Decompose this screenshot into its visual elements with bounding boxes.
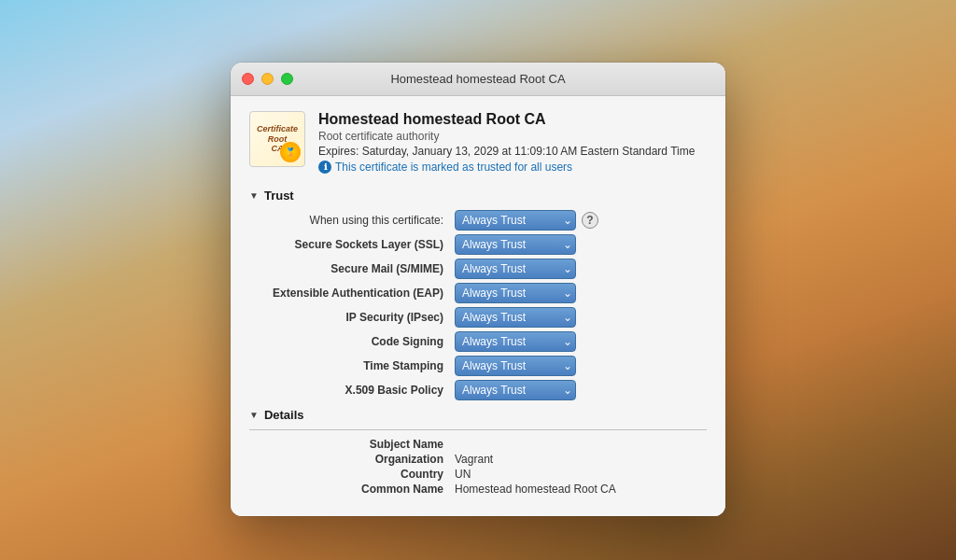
- ssl-select[interactable]: Always TrustUse System DefaultsNever Tru…: [455, 234, 576, 255]
- cert-trusted-msg: This certificate is marked as trusted fo…: [335, 161, 572, 174]
- trust-row-codesign: Code Signing Always TrustUse System Defa…: [249, 331, 707, 352]
- subject-name-label: Subject Name: [249, 438, 455, 451]
- details-divider: [249, 429, 707, 430]
- cert-subtitle: Root certificate authority: [318, 130, 695, 143]
- eap-label: Extensible Authentication (EAP): [249, 287, 455, 300]
- cert-info: Homestead homestead Root CA Root certifi…: [318, 111, 695, 174]
- mail-label: Secure Mail (S/MIME): [249, 262, 455, 275]
- country-label: Country: [249, 468, 455, 481]
- eap-select-container[interactable]: Always TrustUse System DefaultsNever Tru…: [455, 283, 576, 303]
- trust-row-ipsec: IP Security (IPsec) Always TrustUse Syst…: [249, 307, 707, 328]
- window-title: Homestead homestead Root CA: [390, 72, 565, 86]
- trust-label: Trust: [264, 189, 294, 203]
- traffic-lights: [242, 73, 293, 85]
- when-using-select-wrapper: Always TrustUse System DefaultsNever Tru…: [455, 210, 598, 231]
- cert-name: Homestead homestead Root CA: [318, 111, 695, 128]
- codesign-select-container[interactable]: Always TrustUse System DefaultsNever Tru…: [455, 331, 576, 352]
- x509-select[interactable]: Always TrustUse System DefaultsNever Tru…: [455, 380, 576, 400]
- trust-row-eap: Extensible Authentication (EAP) Always T…: [249, 283, 707, 303]
- common-name-label: Common Name: [249, 483, 455, 496]
- cert-icon: CertificateRootCA 🏅: [249, 111, 305, 167]
- titlebar: Homestead homestead Root CA: [231, 63, 725, 96]
- ipsec-select[interactable]: Always TrustUse System DefaultsNever Tru…: [455, 307, 576, 328]
- cert-trusted: ℹ This certificate is marked as trusted …: [318, 161, 695, 174]
- trust-row-when-using: When using this certificate: Always Trus…: [249, 210, 707, 231]
- mail-select[interactable]: Always TrustUse System DefaultsNever Tru…: [455, 259, 576, 279]
- ssl-label: Secure Sockets Layer (SSL): [249, 238, 455, 251]
- ipsec-label: IP Security (IPsec): [249, 311, 455, 324]
- trust-row-timestamp: Time Stamping Always TrustUse System Def…: [249, 356, 707, 376]
- codesign-select[interactable]: Always TrustUse System DefaultsNever Tru…: [455, 331, 576, 352]
- close-button[interactable]: [242, 73, 254, 85]
- ipsec-select-container[interactable]: Always TrustUse System DefaultsNever Tru…: [455, 307, 576, 328]
- detail-row-org: Organization Vagrant: [249, 453, 707, 466]
- help-button[interactable]: ?: [582, 212, 598, 229]
- trust-row-mail: Secure Mail (S/MIME) Always TrustUse Sys…: [249, 259, 707, 279]
- trust-section: ▼ Trust When using this certificate: Alw…: [249, 189, 707, 400]
- common-name-value: Homestead homestead Root CA: [455, 483, 616, 496]
- trust-row-x509: X.509 Basic Policy Always TrustUse Syste…: [249, 380, 707, 400]
- when-using-select-container[interactable]: Always TrustUse System DefaultsNever Tru…: [455, 210, 576, 231]
- country-value: UN: [455, 468, 471, 481]
- detail-row-subject: Subject Name: [249, 438, 707, 451]
- when-using-label: When using this certificate:: [249, 214, 455, 227]
- detail-row-common-name: Common Name Homestead homestead Root CA: [249, 483, 707, 496]
- timestamp-label: Time Stamping: [249, 359, 455, 372]
- timestamp-select-container[interactable]: Always TrustUse System DefaultsNever Tru…: [455, 356, 576, 376]
- details-section: ▼ Details Subject Name Organization Vagr…: [249, 408, 707, 496]
- details-chevron: ▼: [249, 410, 259, 420]
- maximize-button[interactable]: [281, 73, 293, 85]
- eap-select[interactable]: Always TrustUse System DefaultsNever Tru…: [455, 283, 576, 303]
- trust-section-header: ▼ Trust: [249, 189, 707, 203]
- org-label: Organization: [249, 453, 455, 466]
- certificate-window: Homestead homestead Root CA CertificateR…: [231, 63, 725, 516]
- details-label: Details: [264, 408, 304, 422]
- org-value: Vagrant: [455, 453, 493, 466]
- cert-seal: 🏅: [280, 142, 301, 162]
- mail-select-container[interactable]: Always TrustUse System DefaultsNever Tru…: [455, 259, 576, 279]
- cert-header: CertificateRootCA 🏅 Homestead homestead …: [249, 111, 707, 174]
- trust-chevron: ▼: [249, 190, 259, 201]
- window-content: CertificateRootCA 🏅 Homestead homestead …: [231, 96, 725, 516]
- minimize-button[interactable]: [261, 73, 274, 85]
- details-section-header: ▼ Details: [249, 408, 707, 422]
- x509-select-container[interactable]: Always TrustUse System DefaultsNever Tru…: [455, 380, 576, 400]
- timestamp-select[interactable]: Always TrustUse System DefaultsNever Tru…: [455, 356, 576, 376]
- cert-expiry: Expires: Saturday, January 13, 2029 at 1…: [318, 145, 695, 158]
- ssl-select-container[interactable]: Always TrustUse System DefaultsNever Tru…: [455, 234, 576, 255]
- detail-row-country: Country UN: [249, 468, 707, 481]
- when-using-select[interactable]: Always TrustUse System DefaultsNever Tru…: [455, 210, 576, 231]
- trusted-icon: ℹ: [318, 161, 331, 174]
- codesign-label: Code Signing: [249, 335, 455, 348]
- x509-label: X.509 Basic Policy: [249, 384, 455, 397]
- trust-row-ssl: Secure Sockets Layer (SSL) Always TrustU…: [249, 234, 707, 255]
